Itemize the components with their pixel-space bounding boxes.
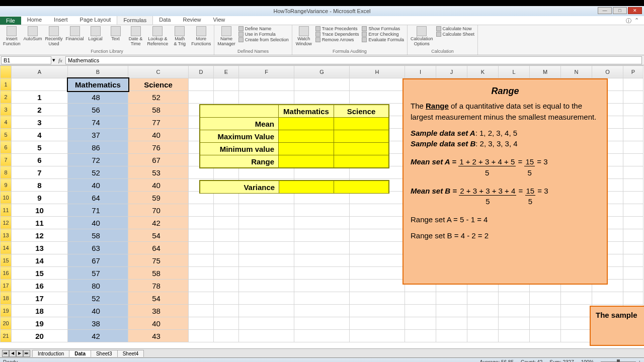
show-formulas-button[interactable]: Show Formulas xyxy=(362,26,404,31)
cell-G17[interactable] xyxy=(294,280,350,292)
row-header-16[interactable]: 16 xyxy=(1,267,12,280)
cell-C15[interactable]: 75 xyxy=(128,254,189,267)
tab-page-layout[interactable]: Page Layout xyxy=(74,16,117,25)
cell-H20[interactable] xyxy=(350,317,405,330)
cell-B1[interactable]: Mathematics xyxy=(68,78,128,91)
row-header-8[interactable]: 8 xyxy=(1,166,12,179)
cell-E19[interactable] xyxy=(214,305,239,317)
cell-C14[interactable]: 64 xyxy=(128,242,189,254)
cell-E15[interactable] xyxy=(214,254,239,267)
row-header-11[interactable]: 11 xyxy=(1,204,12,217)
stats-cell[interactable] xyxy=(279,155,334,168)
cell-C9[interactable]: 40 xyxy=(128,179,189,192)
cell-C19[interactable]: 38 xyxy=(128,305,189,317)
cell-P4[interactable] xyxy=(623,116,643,129)
cell-N18[interactable] xyxy=(561,292,592,305)
cell-P13[interactable] xyxy=(623,229,643,242)
cell-E18[interactable] xyxy=(214,292,239,305)
zoom-out-icon[interactable]: − xyxy=(596,359,599,362)
cell-F13[interactable] xyxy=(239,229,294,242)
cell-C5[interactable]: 40 xyxy=(128,129,189,141)
cell-G15[interactable] xyxy=(294,254,350,267)
row-header-17[interactable]: 17 xyxy=(1,280,12,292)
tab-view[interactable]: View xyxy=(207,16,231,25)
col-header-G[interactable]: G xyxy=(294,66,350,78)
cell-E1[interactable] xyxy=(214,78,239,91)
recently-usedbutton[interactable]: RecentlyUsed xyxy=(45,26,63,46)
cell-A18[interactable]: 17 xyxy=(12,292,68,305)
tab-review[interactable]: Review xyxy=(177,16,207,25)
cell-B10[interactable]: 64 xyxy=(68,192,128,204)
cell-K20[interactable] xyxy=(467,317,499,330)
stats-cell[interactable] xyxy=(334,155,388,168)
cell-P3[interactable] xyxy=(623,104,643,116)
row-header-1[interactable]: 1 xyxy=(1,78,12,91)
define-name-button[interactable]: Define Name xyxy=(238,26,289,31)
col-header-C[interactable]: C xyxy=(128,66,189,78)
cell-K21[interactable] xyxy=(467,330,499,342)
cell-G21[interactable] xyxy=(294,330,350,342)
cell-J19[interactable] xyxy=(436,305,467,317)
cell-B12[interactable]: 40 xyxy=(68,217,128,229)
cell-C10[interactable]: 59 xyxy=(128,192,189,204)
cell-D15[interactable] xyxy=(189,254,214,267)
tab-first-icon[interactable]: ⏮ xyxy=(2,350,9,357)
stats-cell[interactable] xyxy=(279,130,334,143)
cell-P11[interactable] xyxy=(623,204,643,217)
calculate-now-button[interactable]: Calculate Now xyxy=(436,26,475,31)
row-header-15[interactable]: 15 xyxy=(1,254,12,267)
row-header-5[interactable]: 5 xyxy=(1,129,12,141)
cell-H11[interactable] xyxy=(350,204,405,217)
cell-D1[interactable] xyxy=(189,78,214,91)
cell-F11[interactable] xyxy=(239,204,294,217)
variance-math-cell[interactable] xyxy=(279,181,334,194)
help-icon[interactable]: ⓘ xyxy=(626,17,631,25)
name-box[interactable]: B1 xyxy=(1,56,51,64)
cell-C12[interactable]: 42 xyxy=(128,217,189,229)
row-header-6[interactable]: 6 xyxy=(1,141,12,154)
cell-G16[interactable] xyxy=(294,267,350,280)
col-header-F[interactable]: F xyxy=(239,66,294,78)
sheet-tab-data[interactable]: Data xyxy=(69,350,91,357)
watch-windowbutton[interactable]: WatchWindow xyxy=(295,26,312,46)
cell-E20[interactable] xyxy=(214,317,239,330)
cell-H17[interactable] xyxy=(350,280,405,292)
stats-cell[interactable] xyxy=(279,143,334,155)
cell-B2[interactable]: 48 xyxy=(68,91,128,104)
col-header-E[interactable]: E xyxy=(214,66,239,78)
cell-E14[interactable] xyxy=(214,242,239,254)
cell-G11[interactable] xyxy=(294,204,350,217)
cell-A16[interactable]: 15 xyxy=(12,267,68,280)
cell-A10[interactable]: 9 xyxy=(12,192,68,204)
zoom-in-icon[interactable]: + xyxy=(638,359,641,362)
close-button[interactable]: ✕ xyxy=(628,7,642,14)
stats-cell[interactable] xyxy=(279,118,334,130)
formula-input[interactable]: Mathematics xyxy=(65,56,642,64)
financial-button[interactable]: Financial xyxy=(66,26,84,42)
col-header-K[interactable]: K xyxy=(467,66,499,78)
cell-C20[interactable]: 40 xyxy=(128,317,189,330)
cell-E17[interactable] xyxy=(214,280,239,292)
cell-P9[interactable] xyxy=(623,179,643,192)
cell-H19[interactable] xyxy=(350,305,405,317)
cell-O18[interactable] xyxy=(592,292,623,305)
col-header-H[interactable]: H xyxy=(350,66,405,78)
cell-M18[interactable] xyxy=(530,292,561,305)
col-header-M[interactable]: M xyxy=(530,66,561,78)
tab-prev-icon[interactable]: ◀ xyxy=(9,350,16,357)
cell-D20[interactable] xyxy=(189,317,214,330)
col-header-L[interactable]: L xyxy=(499,66,530,78)
cell-H18[interactable] xyxy=(350,292,405,305)
date-timebutton[interactable]: Date &Time xyxy=(127,26,144,46)
cell-M19[interactable] xyxy=(530,305,561,317)
cell-E16[interactable] xyxy=(214,267,239,280)
insert-functionbutton[interactable]: InsertFunction xyxy=(3,26,21,46)
cell-J20[interactable] xyxy=(436,317,467,330)
sheet-tab-sheet3[interactable]: Sheet3 xyxy=(91,350,118,357)
cell-P7[interactable] xyxy=(623,154,643,166)
cell-F19[interactable] xyxy=(239,305,294,317)
cell-C3[interactable]: 58 xyxy=(128,104,189,116)
sheet-tab-introduction[interactable]: Introduction xyxy=(32,350,69,357)
cell-D11[interactable] xyxy=(189,204,214,217)
row-header-20[interactable]: 20 xyxy=(1,317,12,330)
